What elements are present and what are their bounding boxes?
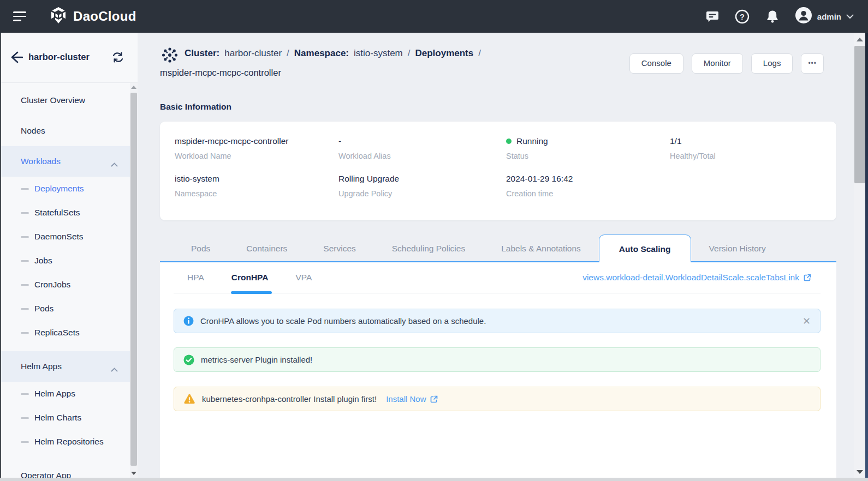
dash-icon [21,260,29,262]
sidebar-item-nodes[interactable]: Nodes [0,116,138,146]
status-running-dot [506,139,512,144]
field-creation-time: 2024-01-29 16:42 Creation time [506,174,670,198]
page-scroll-thumb[interactable] [854,46,865,183]
field-workload-name: mspider-mcpc-mcpc-controller Workload Na… [175,136,338,160]
tab-pods[interactable]: Pods [173,235,228,262]
dash-icon [21,441,29,443]
help-icon[interactable]: ? [735,9,750,24]
tab-scheduling-policies[interactable]: Scheduling Policies [374,235,483,262]
breadcrumb-deployments[interactable]: Deployments [415,48,473,59]
brand-name: DaoCloud [73,9,136,24]
dash-icon [21,188,29,190]
success-banner-text: metrics-server Plugin installed! [201,355,312,364]
breadcrumb-cluster-value[interactable]: harbor-cluster [224,48,282,59]
user-name: admin [817,12,841,21]
cluster-dots-icon [160,45,180,67]
dash-icon [21,308,29,310]
monitor-button[interactable]: Monitor [692,53,743,74]
scroll-down-icon[interactable] [131,472,136,475]
field-namespace: istio-system Namespace [175,174,338,198]
user-menu[interactable]: admin [795,7,854,26]
breadcrumb-namespace-value[interactable]: istio-system [354,48,403,59]
field-status: Running Status [506,136,670,160]
breadcrumb-namespace-label: Namespace: [294,48,349,59]
external-link-icon [430,395,438,404]
sidebar-group-helm-apps[interactable]: Helm Apps [0,351,138,382]
back-arrow-icon[interactable] [9,50,23,64]
sidebar-item-operator-app[interactable]: Operator App [0,460,138,478]
subtab-cronhpa[interactable]: CronHPA [218,262,282,293]
field-upgrade-policy: Rolling Upgrade Upgrade Policy [338,174,506,198]
menu-icon[interactable] [13,11,26,21]
dash-icon [21,332,29,334]
notifications-bell-icon[interactable] [765,9,780,24]
tab-version-history[interactable]: Version History [691,235,784,262]
detail-tabs: Pods Containers Services Scheduling Poli… [160,235,836,262]
scroll-up-icon[interactable] [131,86,136,89]
sidebar-item-statefulsets[interactable]: StatefulSets [0,201,138,225]
tab-services[interactable]: Services [305,235,373,262]
dash-icon [21,393,29,395]
sidebar-item-cronjobs[interactable]: CronJobs [0,273,138,297]
svg-text:?: ? [740,12,745,21]
top-navbar: DaoCloud ? admin [0,0,868,33]
logs-button[interactable]: Logs [751,53,793,74]
console-button[interactable]: Console [629,53,683,74]
switch-cluster-icon[interactable] [111,51,124,64]
sidebar-item-pods[interactable]: Pods [0,297,138,321]
sidebar-item-deployments[interactable]: Deployments [0,177,138,201]
scale-tabs-link[interactable]: views.workload-detail.WorkloadDetailScal… [582,262,812,293]
sidebar-item-helm-apps[interactable]: Helm Apps [0,382,138,406]
messages-icon[interactable] [705,9,720,24]
external-link-icon [803,273,812,282]
avatar-icon [795,7,812,26]
main-content: Cluster: harbor-cluster / Namespace: ist… [138,33,854,478]
warning-banner-text: kubernetes-cronhpa-controller Install pl… [202,394,377,404]
sidebar-scroll-thumb[interactable] [130,93,137,466]
subtab-hpa[interactable]: HPA [174,262,218,293]
breadcrumb-separator: / [408,48,411,59]
sidebar-group-workloads[interactable]: Workloads [0,146,138,177]
dash-icon [21,236,29,238]
sidebar-item-cluster-overview[interactable]: Cluster Overview [0,85,138,116]
dash-icon [21,417,29,419]
sidebar-scrollbar[interactable] [130,83,138,478]
cronhpa-plugin-warning-banner: kubernetes-cronhpa-controller Install pl… [174,387,821,411]
scroll-down-icon[interactable] [857,470,863,474]
close-icon[interactable]: ✕ [802,316,811,326]
sidebar-item-helm-repositories[interactable]: Helm Repositories [0,430,138,454]
chevron-up-icon [111,364,118,374]
tab-containers[interactable]: Containers [228,235,305,262]
scale-subtabs: HPA CronHPA VPA views.workload-detail.Wo… [174,262,821,293]
page-scrollbar[interactable] [854,33,866,478]
info-banner-text: CronHPA allows you to scale Pod numbers … [200,316,486,326]
breadcrumb-separator: / [287,48,289,59]
sidebar-item-jobs[interactable]: Jobs [0,249,138,273]
sidebar-item-replicasets[interactable]: ReplicaSets [0,321,138,345]
sidebar-header: harbor-cluster [0,33,138,83]
scroll-up-icon[interactable] [857,38,863,41]
window-right-edge [865,33,868,481]
subtab-vpa[interactable]: VPA [282,262,325,293]
install-now-link[interactable]: Install Now [386,394,438,404]
window-bottom-edge [0,478,868,481]
dash-icon [21,212,29,214]
more-actions-button[interactable]: ••• [801,53,824,74]
sidebar-item-daemonsets[interactable]: DaemonSets [0,225,138,249]
brand-logo[interactable]: DaoCloud [49,6,136,27]
auto-scaling-panel: HPA CronHPA VPA views.workload-detail.Wo… [160,262,836,478]
tab-labels-annotations[interactable]: Labels & Annotations [483,235,599,262]
daocloud-workload-detail-screen: DaoCloud ? admin [0,0,868,481]
breadcrumb: Cluster: harbor-cluster / Namespace: ist… [185,48,481,59]
workload-name: mspider-mcpc-mcpc-controller [160,68,281,78]
window-left-edge [0,33,1,478]
breadcrumb-cluster-label: Cluster: [185,48,219,59]
warning-icon [183,394,195,405]
breadcrumb-separator: / [478,48,481,59]
field-workload-alias: - Workload Alias [338,136,506,160]
field-healthy-total: 1/1 Healthy/Total [670,136,834,160]
metrics-server-banner: metrics-server Plugin installed! [174,347,821,372]
sidebar-item-helm-charts[interactable]: Helm Charts [0,406,138,430]
basic-information-card: mspider-mcpc-mcpc-controller Workload Na… [160,122,836,220]
tab-auto-scaling[interactable]: Auto Scaling [599,235,691,262]
